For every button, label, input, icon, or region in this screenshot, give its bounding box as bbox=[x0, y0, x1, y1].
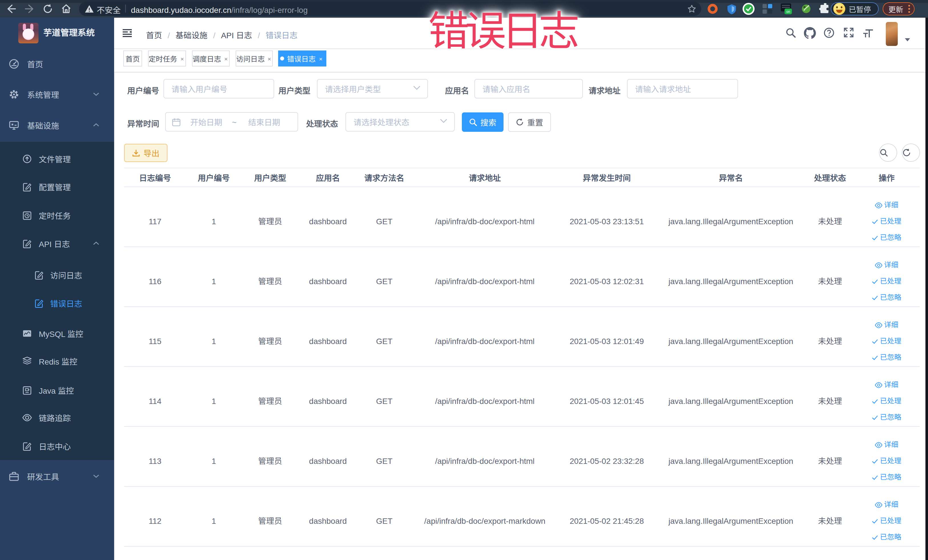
svg-text:on: on bbox=[786, 10, 790, 14]
